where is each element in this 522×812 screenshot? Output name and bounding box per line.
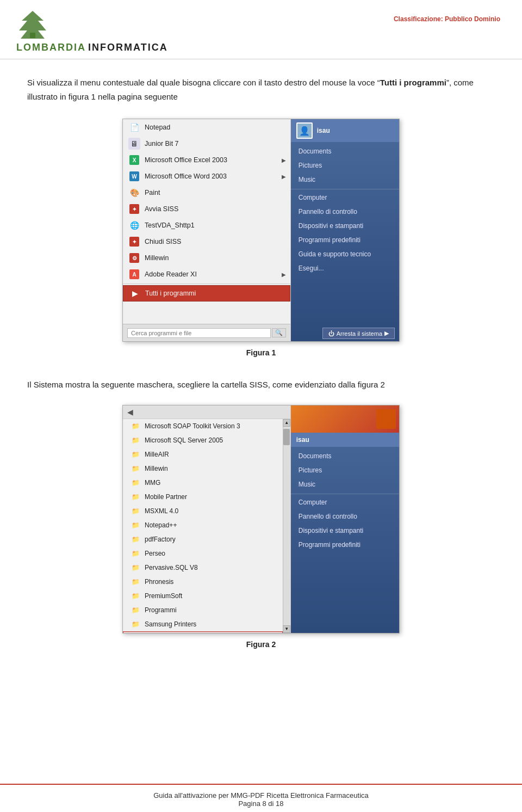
prog-item[interactable]: 📁 Samsung Printers (123, 617, 283, 631)
prog-item[interactable]: 📁 Perseo (123, 546, 283, 561)
shutdown-arrow-icon: ▶ (384, 330, 389, 337)
folder-icon: 📁 (130, 478, 140, 488)
prog-item[interactable]: 📁 Programmi (123, 603, 283, 617)
right-menu-items-fig2: Documents Pictures Music Computer Pannel… (291, 447, 399, 633)
back-arrow-icon: ◀ (127, 408, 133, 416)
menu-item-paint[interactable]: 🎨 Paint (123, 184, 290, 201)
right-item-pannello-fig2[interactable]: Pannello di controllo (291, 509, 399, 524)
prog-item[interactable]: 📁 Mobile Partner (123, 490, 283, 504)
programs-list: 📁 Microsoft SOAP Toolkit Version 3 📁 Mic… (123, 419, 283, 633)
menu-item-excel[interactable]: X Microsoft Office Excel 2003 ▶ (123, 152, 290, 168)
right-item-documents-fig2[interactable]: Documents (291, 449, 399, 463)
right-item-esegui[interactable]: Esegui... (291, 261, 399, 275)
menu-item-tutti[interactable]: ▶ Tutti i programmi (123, 285, 290, 302)
avviasiss-icon: ✦ (128, 203, 140, 215)
classification-badge: Classificazione: Pubblico Dominio (394, 10, 500, 23)
juniorbit-icon: 🖥 (128, 138, 140, 150)
right-item-documents[interactable]: Documents (291, 144, 399, 158)
menu-item-testvda[interactable]: 🌐 TestVDA_Shttp1 (123, 217, 290, 233)
user-section-fig2: isau (291, 433, 399, 447)
prog-item[interactable]: 📁 pdfFactory (123, 532, 283, 546)
folder-icon: 📁 (130, 577, 140, 587)
right-item-programmi[interactable]: Programmi predefiniti (291, 233, 399, 247)
username-label: isau (317, 127, 330, 134)
right-item-dispositivi-fig2[interactable]: Dispositivi e stampanti (291, 524, 399, 538)
figure1-caption: Figura 1 (246, 348, 276, 357)
logo-icon (16, 10, 49, 40)
menu-separator (123, 284, 290, 284)
prog-item[interactable]: 📁 Millewin (123, 462, 283, 476)
right-item-music-fig2[interactable]: Music (291, 477, 399, 491)
programs-list-header: ◀ (123, 405, 290, 419)
figure1-container: 📄 Notepad 🖥 Junior Bit 7 X Microsoft Off… (27, 119, 495, 367)
paint-icon: 🎨 (128, 187, 140, 199)
prog-item[interactable]: 📁 MilleAIR (123, 447, 283, 462)
folder-icon: 📁 (130, 450, 140, 459)
menu-item-word[interactable]: W Microsoft Office Word 2003 ▶ (123, 168, 290, 184)
prog-item[interactable]: 📁 Pervasive.SQL V8 (123, 561, 283, 575)
millewin-icon: ⚙ (128, 252, 140, 264)
right-item-computer-fig2[interactable]: Computer (291, 494, 399, 509)
testvda-icon: 🌐 (128, 219, 140, 231)
folder-icon: 📁 (130, 421, 140, 431)
folder-icon: 📁 (130, 492, 140, 502)
figure2-image: ◀ 📁 Microsoft SOAP Toolkit Version 3 📁 M… (122, 405, 400, 633)
word-icon: W (128, 170, 140, 182)
prog-item[interactable]: 📁 MSXML 4.0 (123, 504, 283, 518)
prog-item[interactable]: 📁 PremiumSoft (123, 589, 283, 603)
figure1-image: 📄 Notepad 🖥 Junior Bit 7 X Microsoft Off… (122, 119, 400, 342)
search-button[interactable]: 🔍 (272, 328, 286, 337)
figure2-caption: Figura 2 (246, 640, 276, 649)
folder-icon: 📁 (130, 520, 140, 530)
menu-item-notepad[interactable]: 📄 Notepad (123, 119, 290, 136)
prog-item[interactable]: 📁 Phronesis (123, 575, 283, 589)
menu-right-panel: 👤 isau Documents Pictures Music Computer… (291, 119, 399, 341)
folder-icon: 📁 (130, 605, 140, 615)
folder-icon: 📁 (130, 506, 140, 516)
right-item-pannello[interactable]: Pannello di controllo (291, 205, 399, 219)
figure2-container: ◀ 📁 Microsoft SOAP Toolkit Version 3 📁 M… (27, 405, 495, 659)
page-footer: Guida all'attivazione per MMG-PDF Ricett… (0, 784, 522, 812)
folder-icon: 📁 (130, 464, 140, 473)
search-input[interactable] (127, 328, 271, 338)
right-item-computer[interactable]: Computer (291, 189, 399, 205)
menu-item-chiudisiss[interactable]: ✦ Chiudi SISS (123, 233, 290, 250)
menu-right-panel-fig2: isau Documents Pictures Music Computer P… (291, 405, 399, 633)
menu-item-adobe[interactable]: A Adobe Reader XI ▶ (123, 266, 290, 282)
prog-item[interactable]: 📁 MMG (123, 476, 283, 490)
scrollbar[interactable]: ▲ ▼ (283, 419, 290, 633)
right-item-programmi-fig2[interactable]: Programmi predefiniti (291, 538, 399, 552)
prog-item[interactable]: 📁 Microsoft SOAP Toolkit Version 3 (123, 419, 283, 433)
notepad-icon: 📄 (128, 121, 140, 133)
right-item-guida[interactable]: Guida e supporto tecnico (291, 247, 399, 261)
right-item-music[interactable]: Music (291, 173, 399, 187)
shutdown-button[interactable]: ⏻ Arresta il sistema ▶ (322, 328, 395, 339)
right-item-pictures-fig2[interactable]: Pictures (291, 463, 399, 477)
menu-item-millewin[interactable]: ⚙ Millewin (123, 250, 290, 266)
right-item-dispositivi[interactable]: Dispositivi e stampanti (291, 219, 399, 233)
folder-icon: 📁 (130, 549, 140, 558)
user-avatar: 👤 (296, 122, 313, 139)
scroll-down-button[interactable]: ▼ (283, 625, 290, 633)
right-menu-items: Documents Pictures Music Computer Pannel… (291, 142, 399, 325)
tutti-icon: ▶ (129, 287, 141, 299)
menu-item-avviasiss[interactable]: ✦ Avvia SISS (123, 201, 290, 217)
page-header: LOMBARDIA INFORMATICA Classificazione: P… (0, 0, 522, 59)
prog-item-siss[interactable]: 📁 SISS (123, 631, 283, 633)
scroll-thumb[interactable] (283, 429, 290, 445)
footer-guide-text: Guida all'attivazione per MMG-PDF Ricett… (0, 791, 522, 799)
main-content: Si visualizza il menu contestuale dal qu… (0, 59, 522, 680)
right-item-pictures[interactable]: Pictures (291, 158, 399, 173)
prog-item[interactable]: 📁 Notepad++ (123, 518, 283, 532)
folder-icon: 📁 (130, 591, 140, 601)
menu-left-panel: 📄 Notepad 🖥 Junior Bit 7 X Microsoft Off… (123, 119, 291, 341)
adobe-icon: A (128, 268, 140, 280)
scroll-up-button[interactable]: ▲ (283, 419, 290, 427)
menu-item-juniorbit[interactable]: 🖥 Junior Bit 7 (123, 136, 290, 152)
shutdown-icon: ⏻ (328, 330, 334, 337)
prog-item[interactable]: 📁 Microsoft SQL Server 2005 (123, 433, 283, 447)
programs-left-panel: ◀ 📁 Microsoft SOAP Toolkit Version 3 📁 M… (123, 405, 291, 633)
footer-page-number: Pagina 8 di 18 (0, 799, 522, 808)
folder-icon: 📁 (130, 534, 140, 544)
logo-area: LOMBARDIA INFORMATICA (16, 10, 168, 53)
